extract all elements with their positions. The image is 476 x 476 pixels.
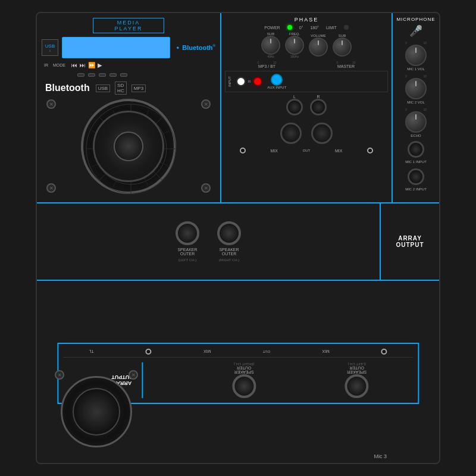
sub-knob-row: SUB 40Hz FREQ. 160Hz VOLUME (225, 32, 388, 58)
mix-row: MIX OUT MIX (225, 146, 388, 155)
mp3bt-label: MP3 / BT (258, 64, 275, 68)
mic2-scale-0: 0 (405, 74, 407, 78)
mix-right-label: MIX (335, 149, 342, 153)
next-button[interactable]: ▶ (98, 62, 102, 68)
speaker-right-group: SPEAKER OUTER (RIGHT CH.) (217, 221, 241, 262)
input-label: INPUT (228, 76, 231, 87)
audio-device: MEDIA PLAYER USB ↕ 🔹Bluetooth® IR MODE ⏮… (36, 12, 440, 464)
left-panel: MEDIA PLAYER USB ↕ 🔹Bluetooth® IR MODE ⏮… (37, 13, 221, 202)
mic1-vol-group: 0 10 MIC 1 VOL (405, 41, 427, 71)
mic1-input-label: MIC 1 INPUT (405, 160, 427, 164)
mic2-input-jack[interactable] (408, 168, 424, 185)
speaker-right-ch: (RIGHT CH.) (219, 258, 240, 262)
power-row: POWER 0° 180° LIMIT (225, 25, 388, 30)
mic1-vol-knob[interactable] (405, 45, 427, 66)
usd-mix-left-label: MIX (322, 349, 329, 353)
bluetooth-logo: 🔹Bluetooth® (174, 44, 215, 52)
aux-jack[interactable] (271, 74, 283, 86)
array-left: SPEAKER OUTER (LEFT CH.) SPEAKER OUTER (… (37, 203, 380, 280)
hz40-label: 40Hz (267, 55, 274, 58)
mic2-scale-10: 10 (423, 74, 427, 78)
speaker-left-jack[interactable] (176, 221, 199, 245)
mic1-input-jack[interactable] (408, 141, 424, 158)
microphone-icon: 🎤 (409, 24, 422, 37)
bottom-fan (61, 376, 132, 447)
preset-dots (42, 73, 215, 77)
usb-icon: USB ↕ (42, 39, 58, 56)
mp3-brand-icon: MP3 (131, 84, 146, 92)
knob-section: SUB 40Hz FREQ. 160Hz VOLUME (225, 32, 388, 68)
prev-button[interactable]: ⏮ (71, 62, 77, 68)
echo-scale-0: 0 (405, 108, 407, 111)
mic3-section: Mic 3 (369, 447, 392, 463)
mic2-input-group: MIC 2 INPUT (405, 168, 427, 193)
preset-dot-1[interactable] (77, 73, 84, 77)
ts-r-label: R (317, 95, 320, 99)
echo-scale-10: 10 (423, 108, 427, 111)
mix-right-indicator (367, 148, 373, 154)
speaker-right-jack[interactable] (217, 221, 241, 245)
bottom-left: SPEAKER OUTER (LEFT CH.) SPEAKER OUTER (… (37, 281, 439, 465)
usd-speaker-left-jack (345, 374, 368, 398)
xlr-left-jack[interactable] (280, 123, 302, 144)
preset-dot-2[interactable] (88, 73, 95, 77)
mic-panel: MICROPHONE 🎤 0 10 MIC 1 VOL 0 10 (392, 13, 439, 202)
xlr-right-group (311, 123, 333, 144)
screw-bottom-left (46, 183, 56, 193)
ts-jack-row: L R (225, 92, 388, 118)
preset-dot-4[interactable] (109, 73, 117, 77)
ts-right-group: R (310, 95, 327, 115)
xlr-right-jack[interactable] (311, 123, 333, 144)
screw-bottom-right (201, 183, 211, 193)
sub-left-knob[interactable] (261, 36, 280, 55)
usd-right-ch: (RIGHT CH.) (234, 362, 255, 366)
prev-track-button[interactable]: ⏭ (80, 62, 86, 68)
top-section: MEDIA PLAYER USB ↕ 🔹Bluetooth® IR MODE ⏮… (37, 13, 439, 203)
speaker-right-label: SPEAKER OUTER (219, 248, 239, 256)
rca-white-jack[interactable] (236, 77, 246, 86)
mic1-vol-label: MIC 1 VOL (407, 67, 425, 71)
aux-label: AUX INPUT (267, 86, 286, 89)
preset-dot-5[interactable] (120, 73, 127, 77)
usb-brand-icon: USB (96, 84, 110, 92)
hz160-label: 160Hz (290, 55, 299, 58)
mic1-input-group: MIC 1 INPUT (405, 141, 427, 166)
sub-left-group: SUB 40Hz (261, 32, 280, 58)
master-label: MASTER (337, 64, 355, 68)
ts-left-group: L (286, 95, 303, 115)
mic2-input-label: MIC 2 INPUT (405, 187, 427, 191)
usd-speaker-left-label: SPEAKER OUTER (347, 366, 367, 374)
rca-red-jack[interactable] (253, 77, 262, 86)
ts-left-jack[interactable] (286, 99, 303, 115)
preset-dot-3[interactable] (99, 73, 106, 77)
sub-right-knob[interactable] (333, 37, 352, 57)
fan-area (42, 95, 215, 198)
sub-right-group: SUB (333, 34, 352, 57)
sd-brand-icon: SDHC (115, 82, 127, 95)
limit-text: LIMIT (326, 26, 337, 30)
bf-screw-tl: ✕ (55, 370, 64, 380)
echo-knob[interactable] (405, 111, 427, 133)
center-controls: PHASE POWER 0° 180° LIMIT SUB 40Hz (221, 13, 392, 202)
io-section: INPUT R AUX INPUT (225, 71, 388, 92)
mic2-vol-label: MIC 2 VOL (407, 101, 425, 104)
brand-icons: USB SDHC MP3 (96, 82, 146, 95)
bottom-fan-area: ✕ ✕ (49, 364, 144, 459)
volume-knob[interactable] (309, 37, 328, 57)
power-text: POWER (264, 26, 280, 30)
xlr-row (225, 120, 388, 146)
usd-speaker-right-jack (232, 374, 256, 398)
ts-right-jack[interactable] (310, 99, 327, 115)
repeat-button[interactable]: ⏩ (88, 62, 95, 68)
bottom-fan-container: ✕ ✕ (61, 376, 132, 447)
mic2-vol-knob[interactable] (405, 78, 427, 99)
usd-mix-right (146, 349, 152, 355)
freq-knob[interactable] (285, 36, 304, 55)
usd-speaker-left: SPEAKER OUTER (LEFT CH.) (345, 362, 368, 398)
volume-group: VOLUME (309, 34, 328, 57)
out-label: OUT (303, 149, 311, 152)
brand-row: Bluetooth USB SDHC MP3 (42, 82, 215, 95)
degree-180: 180° (310, 26, 318, 30)
usd-speaker-right: SPEAKER OUTER (RIGHT CH.) (232, 362, 256, 398)
mix-left-label: MIX (271, 149, 278, 153)
